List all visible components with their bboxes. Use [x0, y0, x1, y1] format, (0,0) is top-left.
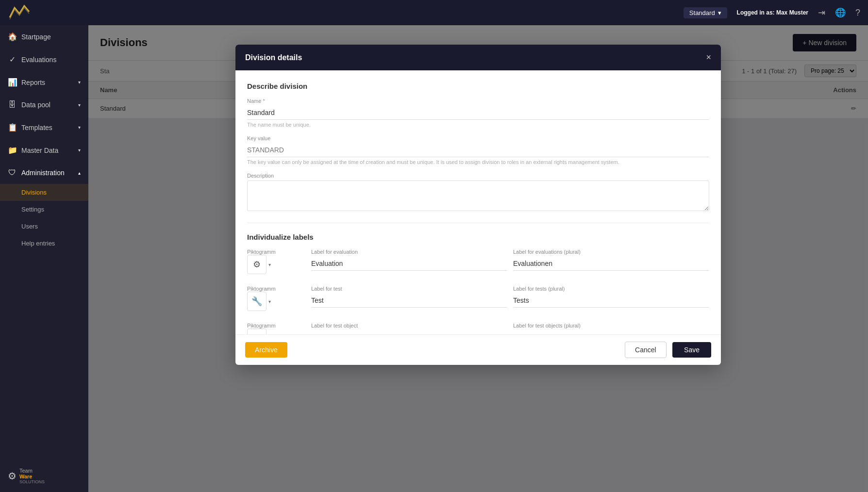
sidebar-item-datapool[interactable]: 🗄 Data pool ▾: [0, 94, 88, 116]
piktogramm-dropdown-2[interactable]: ▾: [268, 299, 278, 304]
labels-section-title: Individualize labels: [247, 233, 709, 241]
sidebar-item-startpage[interactable]: 🏠 Startpage: [0, 25, 88, 48]
cancel-button[interactable]: Cancel: [625, 342, 667, 358]
sidebar-sub-item-settings[interactable]: Settings: [0, 201, 88, 218]
modal-header: Division details ×: [235, 45, 721, 70]
chart-icon: 📊: [8, 78, 17, 87]
piktogramm-col-3: Piktogramm ⊞ ▾: [247, 323, 305, 334]
label-plural-1: Label for evaluations (plural): [513, 249, 709, 271]
key-input[interactable]: [247, 143, 709, 157]
label-plural-3: Label for test objects (plural): [513, 323, 709, 334]
help-icon[interactable]: ?: [855, 8, 860, 18]
sidebar-item-templates[interactable]: 📋 Templates ▾: [0, 116, 88, 139]
piktogramm-icon-2[interactable]: 🔧: [247, 292, 267, 311]
label-row-2: Piktogramm 🔧 ▾ Label for test Label for …: [247, 286, 709, 311]
label-testobject-input[interactable]: [311, 330, 507, 334]
label-evaluation-input[interactable]: [311, 257, 507, 271]
division-details-modal: Division details × Describe division Nam…: [235, 45, 721, 365]
label-test-input[interactable]: [311, 294, 507, 308]
name-hint: The name must be unique.: [247, 122, 709, 128]
sidebar-item-masterdata[interactable]: 📁 Master Data ▾: [0, 139, 88, 162]
chevron-icon: ▾: [78, 125, 81, 130]
sidebar-sub-item-help[interactable]: Help entries: [0, 235, 88, 252]
piktogramm-col-2: Piktogramm 🔧 ▾: [247, 286, 305, 311]
database-icon: 🗄: [8, 100, 17, 109]
label-tests-plural-input[interactable]: [513, 294, 709, 308]
chevron-icon: ▾: [78, 80, 81, 85]
label-row-3: Piktogramm ⊞ ▾ Label for test object Lab…: [247, 323, 709, 334]
content-area: Divisions + New division Sta 1 - 1 of 1 …: [88, 25, 868, 492]
key-field-group: Key value The key value can only be assi…: [247, 135, 709, 165]
shield-icon: 🛡: [8, 168, 17, 177]
sidebar-item-reports[interactable]: 📊 Reports ▾: [0, 71, 88, 94]
chevron-icon: ▾: [78, 148, 81, 153]
template-icon: 📋: [8, 123, 17, 132]
sidebar-sub-item-divisions[interactable]: Divisions: [0, 184, 88, 201]
modal-body: Describe division Name The name must be …: [235, 70, 721, 334]
chevron-down-icon: ▾: [718, 9, 721, 16]
check-icon: ✓: [8, 55, 17, 64]
sidebar-item-evaluations[interactable]: ✓ Evaluations: [0, 48, 88, 71]
piktogramm-icon-3[interactable]: ⊞: [247, 328, 267, 334]
piktogramm-col-1: Piktogramm ⚙ ▾: [247, 249, 305, 274]
footer-right-actions: Cancel Save: [625, 342, 711, 358]
chevron-icon: ▾: [78, 102, 81, 108]
logo-icon: [8, 4, 31, 21]
label-row-1: Piktogramm ⚙ ▾ Label for evaluation Labe…: [247, 249, 709, 274]
main-layout: 🏠 Startpage ✓ Evaluations 📊 Reports ▾ 🗄 …: [0, 25, 868, 492]
folder-icon: 📁: [8, 146, 17, 155]
label-singular-2: Label for test: [311, 286, 507, 308]
division-selector[interactable]: Standard ▾: [684, 7, 727, 18]
description-field-group: Description: [247, 173, 709, 213]
globe-icon[interactable]: 🌐: [835, 7, 846, 18]
sidebar-bottom-logo: ⚙ Team Ware SOLUTIONS: [0, 460, 88, 492]
modal-close-button[interactable]: ×: [706, 52, 711, 63]
description-label: Description: [247, 173, 709, 179]
sidebar: 🏠 Startpage ✓ Evaluations 📊 Reports ▾ 🗄 …: [0, 25, 88, 492]
piktogramm-icon-1[interactable]: ⚙: [247, 255, 267, 274]
describe-section-title: Describe division: [247, 82, 709, 90]
modal-footer: Archive Cancel Save: [235, 334, 721, 365]
save-button[interactable]: Save: [672, 342, 711, 358]
logo: [8, 4, 31, 21]
piktogramm-dropdown-1[interactable]: ▾: [268, 262, 278, 267]
top-navbar: Standard ▾ Logged in as: Max Muster ⇥ 🌐 …: [0, 0, 868, 25]
description-textarea[interactable]: [247, 180, 709, 211]
label-testobjects-plural-input[interactable]: [513, 330, 709, 334]
sidebar-item-administration[interactable]: 🛡 Administration ▴: [0, 162, 88, 184]
name-field-group: Name The name must be unique.: [247, 98, 709, 128]
archive-button[interactable]: Archive: [245, 342, 287, 358]
key-label: Key value: [247, 135, 709, 141]
sidebar-sub-item-users[interactable]: Users: [0, 218, 88, 235]
label-plural-2: Label for tests (plural): [513, 286, 709, 308]
modal-title: Division details: [245, 53, 302, 62]
name-input[interactable]: [247, 106, 709, 120]
section-divider: [247, 223, 709, 223]
top-nav-right: Standard ▾ Logged in as: Max Muster ⇥ 🌐 …: [684, 7, 860, 18]
modal-overlay: Division details × Describe division Nam…: [88, 25, 868, 492]
label-singular-1: Label for evaluation: [311, 249, 507, 271]
name-label: Name: [247, 98, 709, 104]
label-singular-3: Label for test object: [311, 323, 507, 334]
label-evaluations-plural-input[interactable]: [513, 257, 709, 271]
home-icon: 🏠: [8, 32, 17, 41]
logout-icon[interactable]: ⇥: [818, 7, 825, 18]
key-hint: The key value can only be assigned at th…: [247, 159, 709, 165]
logged-in-label: Logged in as: Max Muster: [737, 9, 808, 16]
chevron-icon: ▴: [78, 170, 81, 176]
